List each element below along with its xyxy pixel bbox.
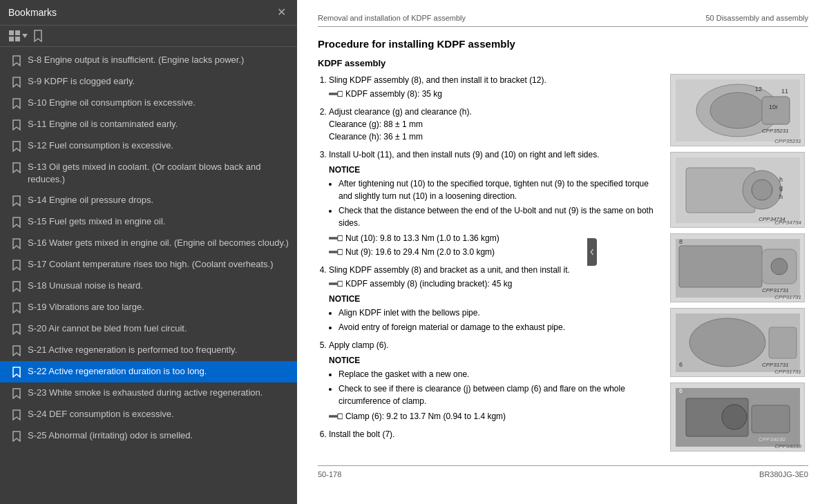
collapse-panel-button[interactable] <box>587 238 597 266</box>
svg-rect-11 <box>329 282 338 285</box>
bookmark-item-s16[interactable]: S-16 Water gets mixed in engine oil. (En… <box>0 233 297 254</box>
step-6: Install the bolt (7). <box>329 428 659 440</box>
image-2-caption: CPP34734 <box>774 220 801 226</box>
doc-image-1: 10r CPP35231 11 12 CPP35231 <box>670 74 805 146</box>
bookmark-label-s8: S-8 Engine output is insufficient. (Engi… <box>28 54 289 66</box>
svg-text:h: h <box>779 193 783 200</box>
bookmark-item-s10[interactable]: S-10 Engine oil consumption is excessive… <box>0 93 297 114</box>
svg-rect-39 <box>769 327 797 358</box>
doc-header-left: Removal and installation of KDPF assembl… <box>318 14 466 22</box>
kdpf-diagram-5: 6 CPP34030 <box>672 385 803 450</box>
doc-header-bar: Removal and installation of KDPF assembl… <box>318 14 808 27</box>
bookmark-item-s15[interactable]: S-15 Fuel gets mixed in engine oil. <box>0 211 297 233</box>
doc-footer-right: BR380JG-3E0 <box>759 470 808 478</box>
svg-rect-14 <box>338 414 343 418</box>
svg-rect-1 <box>15 30 20 35</box>
bookmark-item-s24[interactable]: S-24 DEF consumption is excessive. <box>0 404 297 425</box>
bookmark-item-s14[interactable]: S-14 Engine oil pressure drops. <box>0 190 297 211</box>
torque-icon-3a <box>329 234 343 242</box>
notice-list-5: Replace the gasket with a new one. Check… <box>329 368 659 407</box>
bookmark-icon-s12 <box>11 140 22 153</box>
torque-5: Clamp (6): 9.2 to 13.7 Nm (0.94 to 1.4 k… <box>329 410 659 423</box>
bookmarks-list: S-8 Engine output is insufficient. (Engi… <box>0 47 297 504</box>
bookmark-item-s9[interactable]: S-9 KDPF is clogged early. <box>0 71 297 93</box>
dropdown-arrow-icon <box>22 32 28 40</box>
kdpf-diagram-3: CPP31731 8 <box>672 235 803 301</box>
bookmark-item-s19[interactable]: S-19 Vibrations are too large. <box>0 297 297 318</box>
wrench-icon-4 <box>329 280 343 288</box>
bookmark-item-s20[interactable]: S-20 Air cannot be bled from fuel circui… <box>0 318 297 340</box>
bookmark-item-s21[interactable]: S-21 Active regeneration is performed to… <box>0 340 297 361</box>
kdpf-diagram-4: 6 CPP31731 <box>672 310 803 376</box>
svg-text:12: 12 <box>755 86 762 93</box>
torque-4: KDPF assembly (8) (including bracket): 4… <box>329 278 659 290</box>
doc-body: Sling KDPF assembly (8), and then instal… <box>318 74 808 452</box>
wrench-icon-3a <box>329 234 343 242</box>
bookmark-item-s25[interactable]: S-25 Abnormal (irritating) odor is smell… <box>0 425 297 447</box>
bookmark-label-s25: S-25 Abnormal (irritating) odor is smell… <box>28 429 289 442</box>
procedure-list: Sling KDPF assembly (8), and then instal… <box>318 74 659 440</box>
wrench-icon-3b <box>329 248 343 256</box>
svg-rect-7 <box>329 237 338 240</box>
notice-3-2: Check that the distance between the end … <box>339 204 659 229</box>
bookmark-view-button[interactable] <box>33 30 43 42</box>
bookmark-icon-s9 <box>11 76 22 88</box>
bookmark-item-s17[interactable]: S-17 Coolant temperature rises too high.… <box>0 254 297 275</box>
svg-rect-18 <box>762 97 790 124</box>
doc-image-3: CPP31731 8 CPP31731 <box>670 233 805 302</box>
step-2: Adjust clearance (g) and clearance (h). … <box>329 106 659 143</box>
bookmark-icon-s21 <box>11 345 22 357</box>
svg-rect-0 <box>9 30 14 35</box>
wrench-icon-5 <box>329 412 343 420</box>
bookmark-icon-s25 <box>11 430 22 443</box>
bookmark-label-s16: S-16 Water gets mixed in engine oil. (En… <box>28 237 289 249</box>
notice-4-1: Align KDPF inlet with the bellows pipe. <box>339 307 659 319</box>
image-1-caption: CPP35231 <box>774 138 801 144</box>
svg-rect-3 <box>15 37 20 41</box>
chevron-left-icon <box>589 249 595 255</box>
notice-list-4: Align KDPF inlet with the bellows pipe. … <box>329 307 659 333</box>
bookmark-item-s12[interactable]: S-12 Fuel consumption is excessive. <box>0 135 297 157</box>
bookmarks-toolbar <box>0 26 297 47</box>
svg-text:10r: 10r <box>769 104 778 110</box>
bookmark-icon-s19 <box>11 302 22 314</box>
svg-rect-12 <box>338 281 343 286</box>
image-5-caption: CPP34030 <box>774 443 801 449</box>
bookmark-item-s13[interactable]: S-13 Oil gets mixed in coolant. (Or cool… <box>0 157 297 190</box>
doc-images-column: 10r CPP35231 11 12 CPP35231 h h g CPP34 <box>670 74 808 452</box>
close-button[interactable]: ✕ <box>274 6 289 19</box>
svg-text:11: 11 <box>781 88 788 95</box>
step-4: Sling KDPF assembly (8) and bracket as a… <box>329 264 659 333</box>
notice-label-4: NOTICE <box>329 293 659 305</box>
bookmarks-panel: Bookmarks ✕ S-8 Engine output is insuffi… <box>0 0 297 504</box>
bookmark-item-s23[interactable]: S-23 White smoke is exhausted during act… <box>0 382 297 404</box>
doc-text-column: Sling KDPF assembly (8), and then instal… <box>318 74 659 452</box>
bookmark-icon-s22 <box>11 366 22 378</box>
svg-point-34 <box>771 258 788 275</box>
bookmark-label-s18: S-18 Unusual noise is heard. <box>28 280 289 292</box>
kdpf-diagram-2: h h g CPP34734 <box>672 154 803 226</box>
bookmark-item-s11[interactable]: S-11 Engine oil is contaminated early. <box>0 114 297 135</box>
bookmark-label-s9: S-9 KDPF is clogged early. <box>28 75 289 88</box>
bookmark-icon-s14 <box>11 195 22 207</box>
step-5: Apply clamp (6). NOTICE Replace the gask… <box>329 339 659 423</box>
bookmark-item-s18[interactable]: S-18 Unusual noise is heard. <box>0 275 297 297</box>
notice-list-3: After tightening nut (10) to the specifi… <box>329 177 659 229</box>
svg-rect-6 <box>338 91 343 96</box>
bookmarks-title: Bookmarks <box>8 7 57 18</box>
svg-text:CPP34030: CPP34030 <box>759 436 785 443</box>
svg-rect-32 <box>679 246 762 287</box>
document-panel: Removal and installation of KDPF assembl… <box>297 0 829 504</box>
svg-rect-2 <box>9 37 14 41</box>
svg-point-26 <box>752 180 772 200</box>
svg-text:CPP31731: CPP31731 <box>762 287 789 293</box>
doc-image-5: 6 CPP34030 CPP34030 <box>670 382 805 452</box>
notice-label-5: NOTICE <box>329 354 659 367</box>
bookmark-icon-s18 <box>11 280 22 293</box>
grid-view-button[interactable] <box>8 30 28 42</box>
image-3-caption: CPP31731 <box>774 294 801 300</box>
doc-header-right: 50 Disassembly and assembly <box>705 14 808 22</box>
bookmark-item-s22[interactable]: S-22 Active regeneration duration is too… <box>0 361 297 382</box>
bookmark-item-s8[interactable]: S-8 Engine output is insufficient. (Engi… <box>0 50 297 71</box>
torque-3-1: Nut (10): 9.8 to 13.3 Nm (1.0 to 1.36 kg… <box>329 232 659 244</box>
